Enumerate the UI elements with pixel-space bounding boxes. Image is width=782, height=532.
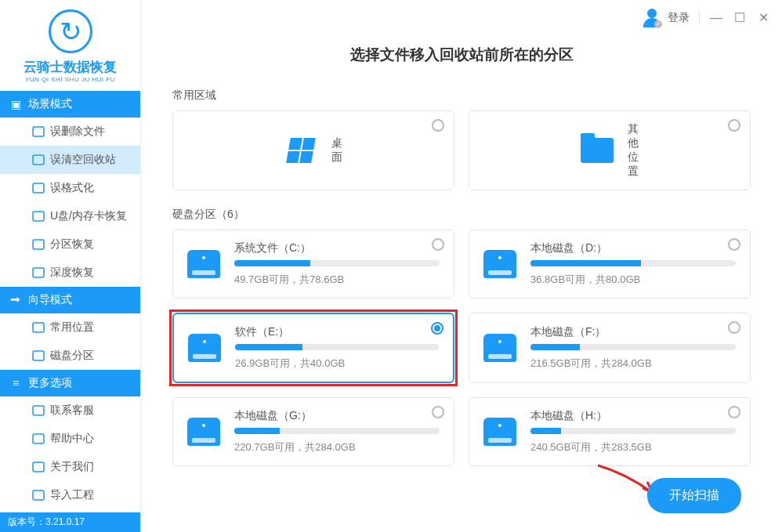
partition-card[interactable]: 本地磁盘（G:） 220.7GB可用，共284.0GB <box>172 397 454 466</box>
card-label: 桌面 <box>331 136 342 165</box>
disk-icon <box>483 248 516 280</box>
section-header: ▣场景模式 <box>0 91 140 118</box>
file-delete-icon <box>31 125 45 139</box>
sidebar-item-about[interactable]: 关于我们 <box>0 453 140 481</box>
start-scan-button[interactable]: 开始扫描 <box>647 478 741 513</box>
desktop-card[interactable]: 桌面 <box>172 110 454 190</box>
radio-icon[interactable] <box>431 322 443 335</box>
partition-card[interactable]: 本地磁盘（H:） 240.5GB可用，共283.5GB <box>469 397 751 466</box>
sidebar-item-support[interactable]: 联系客服 <box>0 396 140 425</box>
partition-usage: 220.7GB可用，共284.0GB <box>234 440 440 454</box>
sidebar-item-label: U盘/内存卡恢复 <box>50 209 127 223</box>
logo-icon <box>49 9 92 53</box>
card-label: 其他位置 <box>628 122 639 179</box>
title-bar: ✓ 登录 — ☐ ✕ <box>631 0 782 35</box>
svg-rect-1 <box>33 155 44 165</box>
svg-rect-8 <box>33 406 44 415</box>
sidebar-item-label: 磁盘分区 <box>50 349 94 363</box>
svg-rect-0 <box>33 127 44 136</box>
partition-name: 本地磁盘（H:） <box>530 409 736 423</box>
sidebar-item-label: 误清空回收站 <box>50 153 116 167</box>
sidebar-item-location[interactable]: 常用位置 <box>0 313 140 342</box>
partition-card[interactable]: 系统文件（C:） 49.7GB可用，共78.6GB <box>172 230 454 299</box>
minimize-button[interactable]: — <box>709 11 723 25</box>
import-icon <box>31 488 45 502</box>
svg-rect-11 <box>33 490 44 500</box>
partition-icon <box>31 237 45 252</box>
disk-part-icon <box>31 349 45 363</box>
svg-rect-4 <box>33 240 44 249</box>
user-icon[interactable]: ✓ <box>643 9 661 27</box>
deep-icon <box>31 266 45 280</box>
radio-icon[interactable] <box>728 119 740 132</box>
sidebar-item-deep[interactable]: 深度恢复 <box>0 259 140 287</box>
login-link[interactable]: 登录 <box>668 11 690 25</box>
sidebar-item-label: 导入工程 <box>50 488 94 502</box>
app-name: 云骑士数据恢复 <box>0 58 140 76</box>
partition-name: 本地磁盘（G:） <box>234 409 440 423</box>
version-bar: 版本号：3.21.0.17 <box>0 512 140 532</box>
svg-rect-3 <box>33 212 44 221</box>
section-title: 更多选项 <box>28 376 72 390</box>
sidebar-item-file-delete[interactable]: 误删除文件 <box>0 118 140 146</box>
app-logo: 云骑士数据恢复 YUN QI SHI SHU JU HUI FU <box>0 0 140 91</box>
sidebar-item-label: 深度恢复 <box>50 266 94 280</box>
common-section-label: 常用区域 <box>172 89 751 103</box>
sidebar-item-disk-part[interactable]: 磁盘分区 <box>0 342 140 370</box>
partition-name: 本地磁盘（D:） <box>530 241 736 255</box>
disk-icon <box>188 331 221 364</box>
section-icon: ⮕ <box>9 294 22 306</box>
partition-usage: 240.5GB可用，共283.5GB <box>530 440 736 454</box>
sidebar-item-label: 帮助中心 <box>50 432 94 446</box>
radio-icon[interactable] <box>728 406 740 418</box>
other-location-card[interactable]: 其他位置 <box>469 110 751 190</box>
sidebar-item-recycle-bin[interactable]: 误清空回收站 <box>0 146 140 174</box>
usage-bar <box>234 428 440 434</box>
partition-card[interactable]: 本地磁盘（D:） 36.8GB可用，共80.0GB <box>469 230 751 299</box>
sidebar-item-usb[interactable]: U盘/内存卡恢复 <box>0 202 140 230</box>
radio-icon[interactable] <box>728 321 740 334</box>
about-icon <box>31 460 45 474</box>
format-icon <box>31 181 45 195</box>
usb-icon <box>31 209 45 223</box>
section-title: 场景模式 <box>28 97 72 111</box>
disk-icon <box>187 248 220 280</box>
partition-section-label: 硬盘分区（6） <box>172 208 751 222</box>
partition-card[interactable]: 本地磁盘（F:） 216.5GB可用，共284.0GB <box>469 313 751 383</box>
divider <box>699 11 700 25</box>
usage-bar <box>530 344 736 350</box>
sidebar-item-partition[interactable]: 分区恢复 <box>0 230 140 259</box>
sidebar-item-label: 分区恢复 <box>50 237 94 252</box>
radio-icon[interactable] <box>728 238 740 251</box>
partition-usage: 216.5GB可用，共284.0GB <box>530 356 736 371</box>
maximize-button[interactable]: ☐ <box>733 11 747 25</box>
partition-name: 软件（E:） <box>235 325 439 339</box>
section-icon: ▣ <box>9 98 22 110</box>
svg-rect-2 <box>33 183 44 193</box>
section-header: ⮕向导模式 <box>0 287 140 313</box>
sidebar-item-format[interactable]: 误格式化 <box>0 174 140 202</box>
svg-rect-5 <box>33 268 44 277</box>
folder-icon <box>581 134 614 167</box>
radio-icon[interactable] <box>432 406 444 418</box>
recycle-bin-icon <box>31 153 45 167</box>
close-button[interactable]: ✕ <box>756 11 770 25</box>
radio-icon[interactable] <box>432 119 444 132</box>
sidebar-item-import[interactable]: 导入工程 <box>0 481 140 509</box>
support-icon <box>31 404 45 418</box>
sidebar-item-help[interactable]: 帮助中心 <box>0 425 140 453</box>
location-icon <box>31 320 45 335</box>
partition-name: 系统文件（C:） <box>234 241 440 255</box>
usage-bar <box>530 260 736 266</box>
svg-rect-7 <box>33 351 44 360</box>
section-header: ≡更多选项 <box>0 370 140 396</box>
section-title: 向导模式 <box>28 293 72 307</box>
sidebar-item-label: 联系客服 <box>50 404 94 418</box>
disk-icon <box>483 415 516 448</box>
radio-icon[interactable] <box>432 238 444 251</box>
sidebar-item-label: 关于我们 <box>50 460 94 474</box>
sidebar-item-label: 误删除文件 <box>50 125 105 139</box>
usage-bar <box>235 344 439 350</box>
disk-icon <box>187 415 220 448</box>
partition-card[interactable]: 软件（E:） 26.9GB可用，共40.0GB <box>172 313 454 383</box>
